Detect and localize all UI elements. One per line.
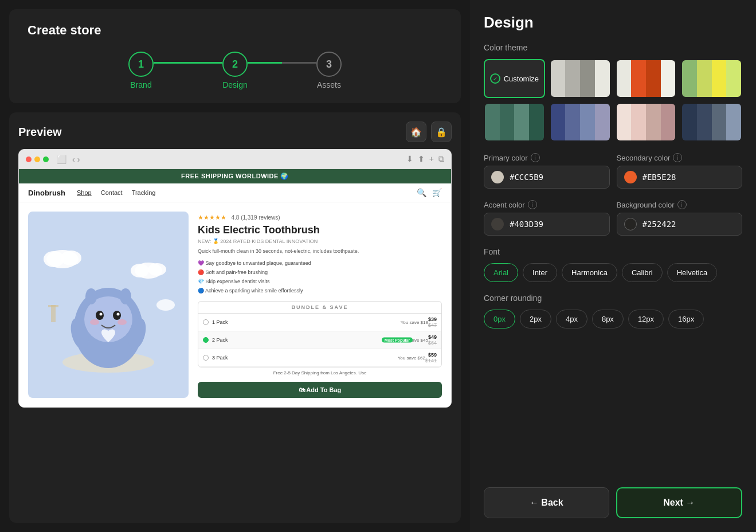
font-calibri[interactable]: Calibri — [622, 263, 663, 282]
swatch-multi-purple — [551, 104, 610, 140]
theme-customize[interactable]: ✓ Customize — [484, 59, 545, 98]
font-arial[interactable]: Arial — [484, 263, 518, 282]
swatch-col — [726, 104, 741, 140]
download-icon[interactable]: ⬇ — [406, 154, 413, 164]
corner-8px[interactable]: 8px — [592, 310, 624, 328]
background-color-hex: #252422 — [643, 220, 676, 229]
swatch-col — [565, 60, 580, 97]
theme-navy[interactable] — [681, 103, 742, 142]
step-1-label: Brand — [130, 80, 151, 89]
share-icon[interactable]: ⬆ — [418, 154, 425, 164]
lock-icon-btn[interactable]: 🔒 — [431, 122, 452, 142]
feature-1: 💜 Say goodbye to unwanted plaque, guaran… — [198, 259, 442, 268]
corner-16px[interactable]: 16px — [668, 310, 704, 328]
add-to-bag-button[interactable]: 🛍 Add To Bag — [198, 382, 442, 398]
step-line-1 — [154, 62, 222, 64]
secondary-info-icon[interactable]: i — [673, 153, 682, 162]
product-image-svg — [34, 225, 183, 385]
swatch-col — [631, 60, 646, 97]
svg-point-6 — [100, 312, 103, 315]
secondary-color-box[interactable]: #EB5E28 — [617, 166, 743, 189]
product-title: Kids Electric Toothbrush — [198, 224, 442, 236]
bundle-original-3: $141 — [425, 358, 437, 363]
svg-point-18 — [131, 264, 149, 277]
bundle-label-3: 3 Pack — [212, 355, 398, 361]
svg-point-22 — [156, 299, 175, 311]
svg-point-7 — [117, 312, 120, 315]
bundle-option-1[interactable]: 1 Pack You save $18 $39 $47 — [198, 314, 441, 331]
primary-info-icon[interactable]: i — [531, 153, 540, 162]
theme-orange[interactable] — [616, 59, 677, 98]
font-helvetica[interactable]: Helvetica — [667, 263, 717, 282]
background-color-box[interactable]: #252422 — [617, 213, 743, 236]
svg-point-19 — [148, 263, 166, 276]
swatch-multi-blush — [617, 104, 676, 140]
swatch-multi-gray — [551, 60, 610, 97]
back-button[interactable]: ← Back — [484, 487, 609, 518]
swatch-col — [682, 104, 697, 140]
left-panel: Create store 1 Brand 2 Design 3 Assets — [0, 0, 470, 532]
nav-link-contact[interactable]: Contact — [101, 189, 123, 196]
cart-icon[interactable]: 🛒 — [432, 188, 442, 197]
background-info-icon[interactable]: i — [677, 200, 687, 209]
svg-point-16 — [61, 251, 81, 265]
bundle-original-2: $64 — [428, 340, 437, 346]
corner-2px[interactable]: 2px — [520, 310, 551, 328]
primary-color-box[interactable]: #CCC5B9 — [484, 166, 610, 189]
next-button[interactable]: Next → — [616, 487, 743, 518]
swatch-col — [551, 104, 566, 140]
font-harmonica[interactable]: Harmonica — [562, 263, 617, 282]
swatch-col — [595, 60, 610, 97]
accent-color-label: Accent color i — [484, 200, 610, 209]
corner-0px[interactable]: 0px — [484, 310, 515, 328]
theme-teal[interactable] — [484, 103, 545, 142]
bundle-price-3: $59 $141 — [425, 352, 437, 363]
theme-blush[interactable] — [616, 103, 677, 142]
dot-yellow — [34, 157, 40, 162]
nav-link-tracking[interactable]: Tracking — [132, 189, 156, 196]
browser-actions: ⬇ ⬆ + ⧉ — [406, 154, 444, 164]
corner-4px[interactable]: 4px — [556, 310, 587, 328]
add-tab-icon[interactable]: + — [429, 154, 434, 164]
bundle-option-2[interactable]: 2 Pack You save $45 Most Popular $49 $64 — [198, 331, 441, 349]
theme-purple[interactable] — [550, 103, 611, 142]
svg-point-8 — [90, 319, 99, 325]
bundle-current-2: $49 — [428, 334, 437, 340]
corner-12px[interactable]: 12px — [628, 310, 664, 328]
primary-secondary-row: Primary color i #CCC5B9 Secondary color … — [484, 153, 742, 189]
bundle-header: BUNDLE & SAVE — [198, 302, 441, 314]
corner-rounding-label: Corner rounding — [484, 294, 742, 303]
step-2-circle: 2 — [222, 52, 248, 77]
home-icon-btn[interactable]: 🏠 — [406, 122, 426, 142]
copy-icon[interactable]: ⧉ — [438, 154, 444, 164]
swatch-col — [682, 60, 697, 97]
primary-color-group: Primary color i #CCC5B9 — [484, 153, 610, 189]
svg-point-4 — [96, 311, 104, 320]
swatch-col — [631, 104, 646, 140]
corner-rounding-section: Corner rounding 0px 2px 4px 8px 12px 16p… — [484, 294, 742, 328]
theme-green-multi[interactable] — [681, 59, 742, 98]
preview-title: Preview — [18, 126, 62, 139]
browser-mockup: ⬜ ‹ › ⬇ ⬆ + ⧉ FREE SHIPPING WORLDWIDE 🌍 … — [18, 149, 452, 408]
font-inter[interactable]: Inter — [523, 263, 557, 282]
bundle-option-3[interactable]: 3 Pack You save $62 $59 $141 — [198, 349, 441, 367]
nav-forward[interactable]: › — [77, 155, 80, 164]
bundle-price-2: $49 $64 — [428, 334, 437, 346]
swatch-col — [661, 60, 676, 97]
bundle-original-1: $47 — [428, 322, 437, 328]
nav-back[interactable]: ‹ — [72, 155, 75, 164]
product-stars: ★★★★★ — [198, 214, 226, 221]
primary-color-circle — [491, 171, 504, 183]
accent-color-circle — [491, 218, 504, 230]
search-icon[interactable]: 🔍 — [417, 188, 426, 197]
swatch-col — [514, 104, 529, 140]
swatch-col — [646, 60, 661, 97]
accent-info-icon[interactable]: i — [528, 200, 537, 209]
bundle-savings-3: You save $62 — [398, 355, 425, 361]
swatch-col — [646, 104, 661, 140]
right-panel: Design Color theme ✓ Customize — [470, 0, 756, 532]
accent-color-box[interactable]: #403D39 — [484, 213, 610, 236]
theme-gray[interactable] — [550, 59, 611, 98]
store-banner: FREE SHIPPING WORLDWIDE 🌍 — [19, 169, 451, 183]
nav-link-shop[interactable]: Shop — [77, 189, 92, 196]
